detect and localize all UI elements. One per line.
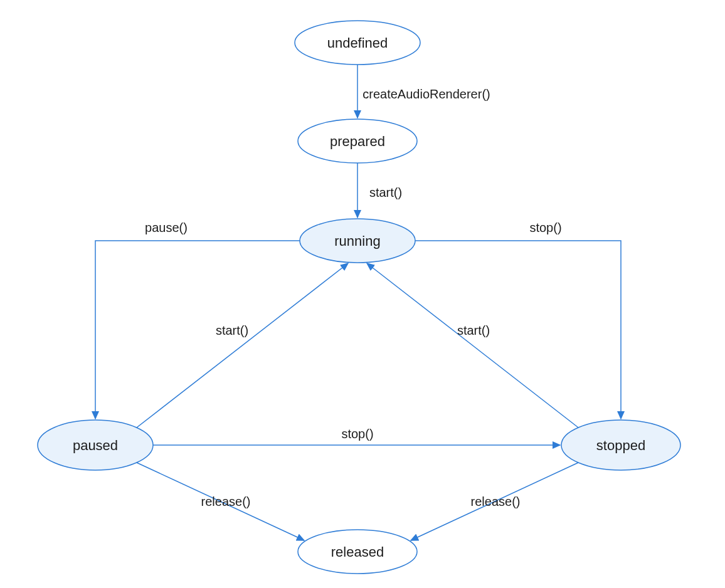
edge-stop-paused-label: stop() — [341, 427, 373, 441]
edge-stop-running: stop() — [415, 221, 621, 419]
edge-start-paused: start() — [137, 263, 348, 428]
node-released: released — [298, 530, 417, 574]
edge-create-audio-renderer-label: createAudioRenderer() — [362, 87, 490, 101]
edge-stop-paused: stop() — [153, 427, 560, 445]
node-prepared-label: prepared — [330, 134, 385, 149]
edge-start-stopped: start() — [367, 263, 578, 428]
node-paused: paused — [38, 420, 153, 470]
node-stopped-label: stopped — [596, 438, 645, 453]
state-diagram: undefined prepared running paused stoppe… — [0, 0, 725, 588]
node-running-label: running — [334, 233, 380, 249]
edge-stop-running-label: stop() — [529, 221, 561, 234]
node-running: running — [300, 219, 415, 263]
edge-start-prepared-label: start() — [369, 186, 402, 199]
edge-release-stopped-label: release() — [471, 495, 521, 508]
edge-start-prepared: start() — [357, 163, 402, 218]
edge-pause: pause() — [95, 221, 300, 419]
svg-line-9 — [367, 263, 578, 428]
edge-start-paused-label: start() — [216, 323, 248, 337]
edge-release-stopped: release() — [411, 463, 578, 540]
node-stopped: stopped — [561, 420, 680, 470]
edge-start-stopped-label: start() — [457, 323, 490, 337]
node-released-label: released — [331, 544, 384, 560]
node-undefined-label: undefined — [327, 35, 388, 51]
node-paused-label: paused — [73, 438, 118, 453]
svg-line-8 — [137, 263, 348, 428]
edge-pause-label: pause() — [145, 221, 188, 234]
node-prepared: prepared — [298, 119, 417, 163]
edge-release-paused: release() — [137, 463, 304, 540]
node-undefined: undefined — [295, 21, 420, 65]
edge-release-paused-label: release() — [201, 495, 251, 508]
edge-create-audio-renderer: createAudioRenderer() — [357, 65, 490, 118]
